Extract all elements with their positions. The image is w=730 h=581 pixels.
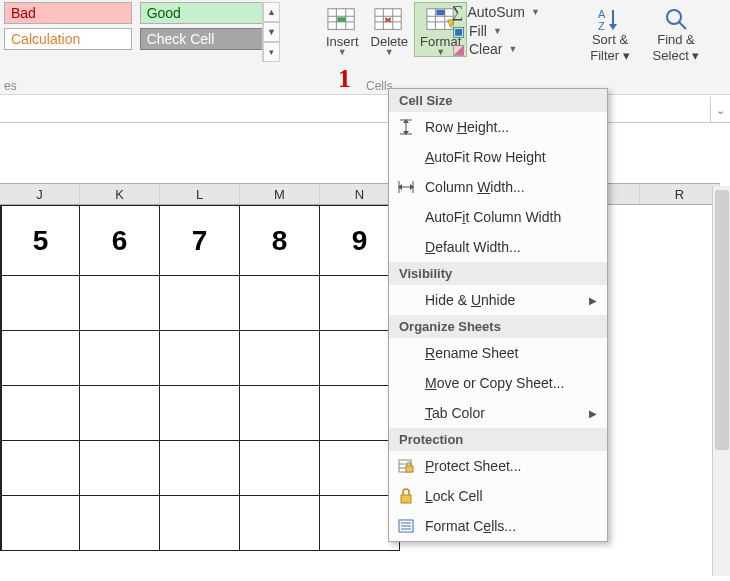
ribbon: Bad Good Calculation Check Cell ▲ ▼ ▾ In…	[0, 0, 730, 95]
style-good[interactable]: Good	[140, 2, 268, 24]
cell[interactable]	[80, 276, 160, 331]
fill-button[interactable]: ▣ Fill ▼	[450, 22, 580, 40]
menu-label: AutoFit Column Width	[425, 209, 597, 225]
style-check-cell[interactable]: Check Cell	[140, 28, 268, 50]
svg-rect-40	[401, 495, 411, 503]
dropdown-arrow-icon: ▼	[508, 44, 517, 54]
cell[interactable]	[240, 441, 320, 496]
cell[interactable]	[240, 496, 320, 551]
autosum-button[interactable]: ∑ AutoSum ▼	[450, 2, 580, 22]
sort-label1: Sort &	[592, 32, 628, 48]
style-nav-more-icon[interactable]: ▾	[263, 42, 280, 62]
menu-default-width[interactable]: Default Width...	[389, 232, 607, 262]
table-row	[0, 441, 400, 496]
sort-find-group: A Z Sort & Filter ▾ Find & Select ▾	[580, 4, 706, 66]
table-row: 56789	[0, 206, 400, 276]
menu-move-copy-sheet[interactable]: Move or Copy Sheet...	[389, 368, 607, 398]
menu-format-cells-dialog[interactable]: Format Cells...	[389, 511, 607, 541]
autosum-label: AutoSum	[467, 4, 525, 20]
cell[interactable]	[160, 276, 240, 331]
cell-grid[interactable]: 56789	[0, 205, 400, 551]
editing-group: ∑ AutoSum ▼ ▣ Fill ▼ ◪ Clear ▼	[450, 2, 580, 58]
column-header[interactable]: M	[240, 184, 320, 204]
delete-cells-button[interactable]: Delete ▼	[365, 2, 415, 57]
cell[interactable]	[80, 386, 160, 441]
cell[interactable]	[240, 331, 320, 386]
formula-bar[interactable]: ⌄	[0, 97, 730, 123]
cells-group: Insert ▼ Delete ▼	[320, 2, 467, 57]
scroll-thumb[interactable]	[715, 190, 729, 450]
fill-icon: ▣	[452, 23, 465, 39]
column-header[interactable]: R	[640, 184, 720, 204]
menu-tab-color[interactable]: Tab Color ▶	[389, 398, 607, 428]
menu-column-width[interactable]: Column Width...	[389, 172, 607, 202]
style-calculation[interactable]: Calculation	[4, 28, 132, 50]
svg-rect-5	[338, 17, 346, 22]
formula-bar-expand-icon[interactable]: ⌄	[710, 97, 730, 123]
menu-label: Move or Copy Sheet...	[425, 375, 597, 391]
menu-hide-unhide[interactable]: Hide & Unhide ▶	[389, 285, 607, 315]
cell[interactable]	[240, 386, 320, 441]
menu-label: Protect Sheet...	[425, 458, 597, 474]
column-header[interactable]: K	[80, 184, 160, 204]
column-header[interactable]: L	[160, 184, 240, 204]
styles-group-label: es	[4, 79, 17, 93]
menu-protect-sheet[interactable]: Protect Sheet...	[389, 451, 607, 481]
sort-icon: A Z	[597, 6, 623, 32]
cell[interactable]	[0, 331, 80, 386]
style-nav-down-icon[interactable]: ▼	[263, 22, 280, 42]
clear-label: Clear	[469, 41, 502, 57]
menu-label: AutoFit Row Height	[425, 149, 597, 165]
cell[interactable]: 5	[0, 206, 80, 276]
cell[interactable]	[240, 276, 320, 331]
cell[interactable]: 6	[80, 206, 160, 276]
cell[interactable]	[80, 496, 160, 551]
format-dropdown-menu: Cell Size Row Height... AutoFit Row Heig…	[388, 88, 608, 542]
column-header[interactable]: J	[0, 184, 80, 204]
style-nav-up-icon[interactable]: ▲	[263, 2, 280, 22]
annotation-callout-1: 1	[338, 64, 351, 94]
cell[interactable]	[0, 496, 80, 551]
clear-button[interactable]: ◪ Clear ▼	[450, 40, 580, 58]
style-bad[interactable]: Bad	[4, 2, 132, 24]
cell[interactable]	[160, 386, 240, 441]
dropdown-arrow-icon: ▼	[493, 26, 502, 36]
dropdown-arrow-icon: ▼	[531, 7, 540, 17]
menu-rename-sheet[interactable]: Rename Sheet	[389, 338, 607, 368]
dropdown-arrow-icon: ▼	[436, 49, 445, 55]
menu-autofit-row-height[interactable]: AutoFit Row Height	[389, 142, 607, 172]
menu-lock-cell[interactable]: Lock Cell	[389, 481, 607, 511]
cell-styles-gallery: Bad Good Calculation Check Cell ▲ ▼ ▾	[0, 2, 280, 54]
dropdown-arrow-icon: ▾	[692, 48, 699, 63]
row-height-icon	[397, 119, 415, 135]
insert-cells-button[interactable]: Insert ▼	[320, 2, 365, 57]
dropdown-arrow-icon: ▼	[385, 49, 394, 55]
menu-autofit-column-width[interactable]: AutoFit Column Width	[389, 202, 607, 232]
svg-line-25	[679, 22, 686, 29]
cell[interactable]	[0, 386, 80, 441]
style-gallery-nav: ▲ ▼ ▾	[262, 2, 280, 62]
dropdown-arrow-icon: ▾	[623, 48, 630, 63]
find-select-button[interactable]: Find & Select ▾	[646, 4, 706, 66]
cell[interactable]	[80, 331, 160, 386]
cell[interactable]	[160, 496, 240, 551]
cell[interactable]	[160, 331, 240, 386]
cell[interactable]	[0, 276, 80, 331]
menu-label: Format Cells...	[425, 518, 597, 534]
column-headers: JKLMNR	[0, 183, 720, 205]
svg-rect-39	[406, 466, 413, 472]
sort-filter-button[interactable]: A Z Sort & Filter ▾	[580, 4, 640, 66]
menu-row-height[interactable]: Row Height...	[389, 112, 607, 142]
cell[interactable]	[160, 441, 240, 496]
table-row	[0, 276, 400, 331]
vertical-scrollbar[interactable]	[712, 186, 730, 576]
cell[interactable]: 8	[240, 206, 320, 276]
table-row	[0, 496, 400, 551]
cell[interactable]	[80, 441, 160, 496]
table-row	[0, 386, 400, 441]
svg-rect-18	[436, 10, 444, 16]
submenu-arrow-icon: ▶	[589, 295, 597, 306]
cell[interactable]	[0, 441, 80, 496]
cell[interactable]: 7	[160, 206, 240, 276]
sort-label2: Filter ▾	[590, 48, 630, 64]
